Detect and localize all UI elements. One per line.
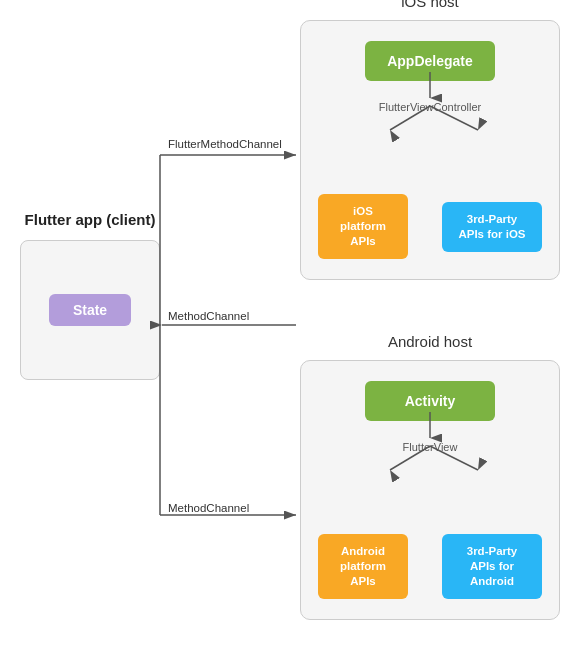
ios-platform-apis-box: iOSplatformAPIs [318,194,408,259]
activity-box: Activity [365,381,495,421]
ios-apis-row: iOSplatformAPIs 3rd-PartyAPIs for iOS [301,194,559,259]
state-box: State [49,294,131,326]
ios-host-box: iOS host AppDelegate FlutterViewControll… [300,20,560,280]
ios-host-label: iOS host [301,0,559,10]
diagram: Flutter app (client) State iOS host AppD… [0,0,580,647]
android-host-label: Android host [301,333,559,350]
android-3rd-party-box: 3rd-PartyAPIs forAndroid [442,534,542,599]
flutter-view-controller-label: FlutterViewController [379,101,482,113]
method-channel-ios-label: MethodChannel [168,310,249,322]
flutter-view-label: FlutterView [403,441,458,453]
android-host-box: Android host Activity FlutterView Androi… [300,360,560,620]
flutter-client-label: Flutter app (client) [21,211,159,228]
method-channel-android-label: MethodChannel [168,502,249,514]
flutter-method-channel-label: FlutterMethodChannel [168,138,282,150]
android-platform-apis-box: AndroidplatformAPIs [318,534,408,599]
flutter-client-box: Flutter app (client) State [20,240,160,380]
android-apis-row: AndroidplatformAPIs 3rd-PartyAPIs forAnd… [301,534,559,599]
ios-3rd-party-box: 3rd-PartyAPIs for iOS [442,202,542,252]
app-delegate-box: AppDelegate [365,41,495,81]
